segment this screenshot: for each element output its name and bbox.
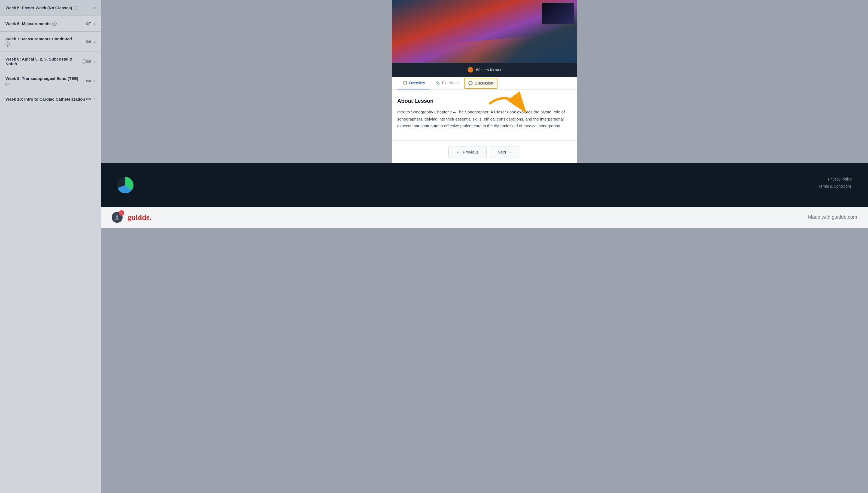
privacy-policy-link[interactable]: Privacy Policy [828,177,852,181]
notification-wrapper: 5 [112,212,122,223]
lesson-content: About Lesson Intro to Sonography Chapter… [392,90,577,141]
wk-logo: Wolters Kluwer [467,66,502,73]
tab-discussion[interactable]: 💬 Discussion [464,78,498,89]
video-section: Wolters Kluwer 📋 Overview 📎 Exercises 💬 [392,0,577,163]
terms-conditions-link[interactable]: Terms & Conditions [819,184,852,188]
sidebar-item-week7-content: Week 7: Measurements Continued i [5,37,86,47]
next-button[interactable]: Next → [490,146,520,158]
video-player[interactable] [392,0,577,63]
content-wrapper: Wolters Kluwer 📋 Overview 📎 Exercises 💬 [101,0,868,163]
made-with-text: Made with guidde.com [808,214,857,220]
week5-info-icon[interactable]: i [74,6,78,10]
sidebar-item-week8[interactable]: Week 8: Apical 5, 2, 3, Subcostal & Notc… [0,52,101,71]
content-area: Wolters Kluwer 📋 Overview 📎 Exercises 💬 [101,0,868,493]
week7-chevron-icon: › [94,39,95,44]
sidebar-item-week6-content: Week 6: Measurements i [5,21,86,26]
sidebar-item-week10-content: Week 10: Intro to Cardiac Catheterizatio… [5,97,86,102]
sidebar-item-week5[interactable]: Week 5: Easter Week (No Classes) i › [0,0,101,16]
sidebar-item-week7[interactable]: Week 7: Measurements Continued i 0/6 › [0,31,101,52]
sidebar-item-week9[interactable]: Week 9: Transesophageal Echo (TEE) i 0/8… [0,71,101,91]
video-thumbnail [542,3,574,24]
sidebar-item-week9-content: Week 9: Transesophageal Echo (TEE) i [5,76,86,86]
week5-title: Week 5: Easter Week (No Classes) [5,5,72,10]
lesson-title: About Lesson [397,98,572,104]
overview-tab-label: Overview [409,81,425,85]
overview-tab-icon: 📋 [403,81,407,85]
wk-logo-icon [467,66,474,73]
week10-chevron-icon: › [94,96,95,102]
footer-logo-container [117,177,134,193]
sidebar-item-week8-content: Week 8: Apical 5, 2, 3, Subcostal & Notc… [5,57,86,66]
bottom-bar: 5 guidde. Made with guidde.com [101,207,868,228]
svg-point-2 [116,215,118,218]
notification-badge: 5 [119,210,124,216]
next-arrow-icon: → [508,150,512,154]
nav-buttons-container: ← Previous Next → [392,141,577,163]
user-icon [114,215,120,220]
week8-chevron-icon: › [94,59,95,64]
exercises-tab-label: Exercises [442,81,458,85]
week6-title: Week 6: Measurements [5,21,51,26]
week9-progress: 0/8 [86,79,91,83]
week7-progress: 0/6 [86,40,91,44]
week9-info-icon[interactable]: i [5,82,10,86]
tab-exercises[interactable]: 📎 Exercises [430,77,464,89]
lesson-description: Intro to Sonography Chapter 2 – The Sono… [397,109,572,130]
footer-logo-circle [117,177,134,193]
tabs-container: 📋 Overview 📎 Exercises 💬 Discussion [392,77,577,90]
week5-chevron-icon: › [94,5,95,10]
footer-links: Privacy Policy Terms & Conditions [819,177,852,188]
tab-overview[interactable]: 📋 Overview [397,77,430,89]
thumbnail-inner [542,3,574,24]
week8-info-icon[interactable]: i [82,59,86,64]
wolters-kluwer-bar: Wolters Kluwer [392,63,577,77]
sidebar-item-week5-content: Week 5: Easter Week (No Classes) i [5,5,94,10]
sidebar-item-week10[interactable]: Week 10: Intro to Cardiac Catheterizatio… [0,91,101,107]
next-button-label: Next [498,150,506,154]
week6-info-icon[interactable]: i [52,22,57,26]
wk-logo-text: Wolters Kluwer [476,68,502,72]
guidde-text: guidde. [128,213,152,222]
discussion-tab-icon: 💬 [468,81,473,85]
week7-info-icon[interactable]: i [5,42,10,47]
sidebar: Week 5: Easter Week (No Classes) i › Wee… [0,0,101,493]
wave-decoration [392,25,577,63]
previous-arrow-icon: ← [456,150,460,154]
exercises-tab-icon: 📎 [436,81,440,85]
week7-title: Week 7: Measurements Continued [5,37,72,41]
week6-chevron-icon: › [94,21,95,26]
guidde-logo: 5 guidde. [112,212,152,223]
week8-progress: 0/8 [86,60,91,64]
sidebar-item-week6[interactable]: Week 6: Measurements i 0/7 › [0,16,101,31]
footer: Privacy Policy Terms & Conditions [101,163,868,207]
week9-title: Week 9: Transesophageal Echo (TEE) [5,76,78,81]
previous-button[interactable]: ← Previous [449,146,486,158]
week10-title: Week 10: Intro to Cardiac Catheterizatio… [5,97,85,102]
guidde-wordmark: guidde. [128,213,152,221]
week9-chevron-icon: › [94,78,95,84]
week6-progress: 0/7 [86,22,91,26]
discussion-tab-label: Discussion [475,81,493,85]
week10-progress: 0/9 [86,97,91,101]
previous-button-label: Previous [463,150,478,154]
week8-title: Week 8: Apical 5, 2, 3, Subcostal & Notc… [5,57,80,66]
